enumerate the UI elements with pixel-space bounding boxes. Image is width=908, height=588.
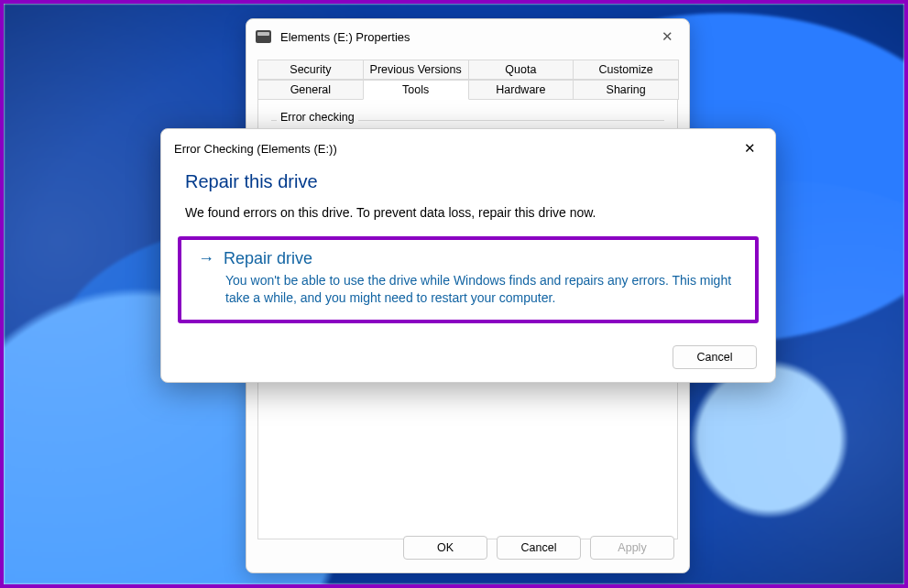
properties-close-button[interactable]: ✕: [654, 24, 680, 49]
tab-sharing[interactable]: Sharing: [573, 80, 679, 100]
repair-drive-subtitle: You won't be able to use the drive while…: [225, 272, 740, 307]
tab-previous-versions[interactable]: Previous Versions: [363, 60, 469, 80]
dialog-message: We found errors on this drive. To preven…: [161, 192, 775, 236]
dialog-close-button[interactable]: ✕: [737, 136, 762, 161]
drive-icon: [256, 30, 271, 43]
properties-button-row: OK Cancel Apply: [246, 536, 689, 560]
tab-general[interactable]: General: [257, 80, 364, 100]
tab-security[interactable]: Security: [257, 60, 364, 80]
tab-row-1: Security Previous Versions Quota Customi…: [257, 60, 678, 80]
tab-tools[interactable]: Tools: [363, 80, 469, 100]
apply-button: Apply: [590, 536, 674, 560]
dialog-footer: Cancel: [161, 323, 775, 369]
dialog-cancel-button[interactable]: Cancel: [673, 345, 757, 369]
close-icon: ✕: [744, 140, 756, 157]
repair-drive-option[interactable]: → Repair drive You won't be able to use …: [178, 236, 759, 323]
error-checking-dialog: Error Checking (Elements (E:)) ✕ Repair …: [160, 128, 776, 383]
properties-titlebar[interactable]: Elements (E:) Properties ✕: [246, 19, 689, 54]
tab-row-2: General Tools Hardware Sharing: [257, 80, 678, 100]
arrow-right-icon: →: [198, 249, 214, 268]
cancel-button[interactable]: Cancel: [497, 536, 581, 560]
repair-drive-title: Repair drive: [224, 249, 312, 268]
dialog-heading: Repair this drive: [161, 168, 775, 192]
dialog-title-text: Error Checking (Elements (E:)): [174, 142, 737, 156]
tab-hardware[interactable]: Hardware: [468, 80, 574, 100]
dialog-titlebar[interactable]: Error Checking (Elements (E:)) ✕: [161, 129, 775, 168]
repair-drive-title-row: → Repair drive: [198, 249, 740, 268]
groupbox-label: Error checking: [277, 111, 358, 124]
tab-quota[interactable]: Quota: [468, 60, 574, 80]
close-icon: ✕: [662, 28, 673, 45]
ok-button[interactable]: OK: [403, 536, 487, 560]
tab-customize[interactable]: Customize: [573, 60, 679, 80]
properties-title-text: Elements (E:) Properties: [280, 30, 654, 44]
